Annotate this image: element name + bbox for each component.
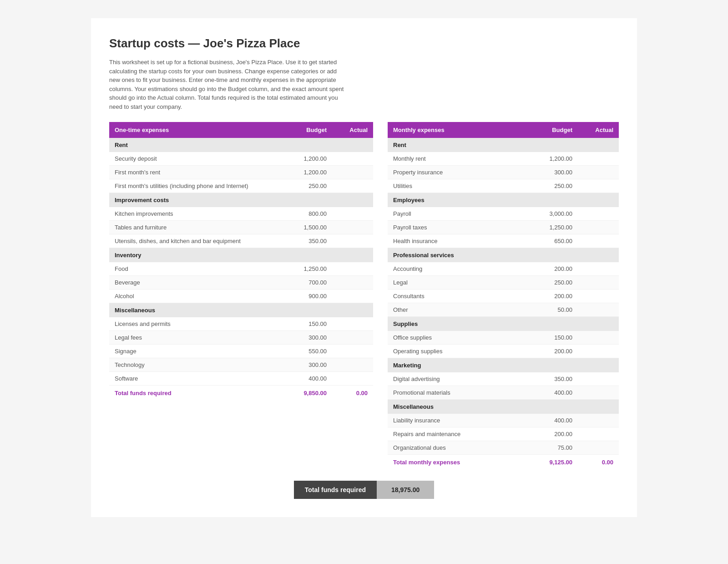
total-budget: 9,125.00 <box>537 455 578 470</box>
row-budget: 900.00 <box>291 290 332 303</box>
row-actual <box>332 345 373 358</box>
row-label: Kitchen improvements <box>109 207 291 221</box>
row-budget: 1,250.00 <box>537 221 578 234</box>
row-budget: 250.00 <box>537 179 578 193</box>
row-actual <box>332 179 373 193</box>
row-label: Accounting <box>388 262 537 276</box>
category-row: Rent <box>109 138 373 152</box>
row-label: First month's utilities (including phone… <box>109 179 291 193</box>
row-budget: 400.00 <box>537 414 578 427</box>
row-label: Licenses and permits <box>109 317 291 331</box>
row-actual <box>578 207 619 221</box>
row-label: Food <box>109 262 291 276</box>
row-budget: 200.00 <box>537 427 578 441</box>
monthly-header: Monthly expenses <box>388 122 537 138</box>
row-label: Security deposit <box>109 152 291 166</box>
category-label: Employees <box>388 193 619 208</box>
row-budget: 800.00 <box>291 207 332 221</box>
row-label: Repairs and maintenance <box>388 427 537 441</box>
total-label: Total funds required <box>109 386 291 401</box>
table-row: Organizational dues75.00 <box>388 441 619 455</box>
row-budget: 300.00 <box>537 166 578 179</box>
row-budget: 200.00 <box>537 290 578 303</box>
row-label: Software <box>109 372 291 386</box>
category-row: Professional services <box>388 248 619 263</box>
category-row: Miscellaneous <box>109 303 373 318</box>
table-row: Beverage700.00 <box>109 276 373 290</box>
row-actual <box>578 179 619 193</box>
row-label: Beverage <box>109 276 291 290</box>
category-label: Marketing <box>388 358 619 373</box>
category-row: Miscellaneous <box>388 400 619 414</box>
row-actual <box>578 262 619 276</box>
table-row: Promotional materials400.00 <box>388 386 619 400</box>
row-actual <box>578 221 619 234</box>
table-row: Other50.00 <box>388 303 619 317</box>
table-row: Tables and furniture1,500.00 <box>109 221 373 234</box>
table-row: Payroll taxes1,250.00 <box>388 221 619 234</box>
row-budget: 250.00 <box>537 276 578 290</box>
bottom-total-label: Total funds required <box>294 481 377 499</box>
row-budget: 1,200.00 <box>537 152 578 166</box>
category-label: Miscellaneous <box>109 303 373 318</box>
category-label: Improvement costs <box>109 193 373 208</box>
intro-text: This worksheet is set up for a fictional… <box>109 58 346 111</box>
table-row: Software400.00 <box>109 372 373 386</box>
row-budget: 200.00 <box>537 345 578 358</box>
category-label: Miscellaneous <box>388 400 619 414</box>
row-label: Digital advertising <box>388 372 537 386</box>
category-row: Rent <box>388 138 619 152</box>
row-budget: 300.00 <box>291 331 332 345</box>
page-wrapper: Startup costs — Joe's Pizza Place This w… <box>91 18 637 517</box>
table-row: Health insurance650.00 <box>388 234 619 248</box>
row-budget: 650.00 <box>537 234 578 248</box>
row-actual <box>332 152 373 166</box>
row-actual <box>578 152 619 166</box>
category-label: Inventory <box>109 248 373 263</box>
row-label: Health insurance <box>388 234 537 248</box>
row-label: Office supplies <box>388 331 537 345</box>
row-budget: 75.00 <box>537 441 578 455</box>
row-label: First month's rent <box>109 166 291 179</box>
table-row: First month's rent1,200.00 <box>109 166 373 179</box>
row-actual <box>332 331 373 345</box>
table-row: Legal fees300.00 <box>109 331 373 345</box>
table-row: Repairs and maintenance200.00 <box>388 427 619 441</box>
row-actual <box>578 276 619 290</box>
row-actual <box>332 276 373 290</box>
row-actual <box>332 207 373 221</box>
row-actual <box>578 290 619 303</box>
row-actual <box>332 262 373 276</box>
row-actual <box>578 441 619 455</box>
row-label: Payroll taxes <box>388 221 537 234</box>
row-budget: 1,250.00 <box>291 262 332 276</box>
row-budget: 1,200.00 <box>291 152 332 166</box>
row-label: Monthly rent <box>388 152 537 166</box>
one-time-header: One-time expenses <box>109 122 291 138</box>
total-actual: 0.00 <box>332 386 373 401</box>
category-row: Employees <box>388 193 619 208</box>
row-budget: 550.00 <box>291 345 332 358</box>
row-actual <box>332 290 373 303</box>
row-budget: 700.00 <box>291 276 332 290</box>
category-row: Improvement costs <box>109 193 373 208</box>
category-label: Rent <box>109 138 373 152</box>
one-time-budget-col: Budget <box>291 122 332 138</box>
row-label: Tables and furniture <box>109 221 291 234</box>
row-actual <box>578 303 619 317</box>
row-actual <box>578 414 619 427</box>
table-row: Operating supplies200.00 <box>388 345 619 358</box>
bottom-total: Total funds required 18,975.00 <box>109 481 619 499</box>
total-budget: 9,850.00 <box>291 386 332 401</box>
row-budget: 150.00 <box>291 317 332 331</box>
row-label: Payroll <box>388 207 537 221</box>
row-budget: 350.00 <box>291 234 332 248</box>
row-budget: 150.00 <box>537 331 578 345</box>
one-time-panel: One-time expenses Budget Actual RentSecu… <box>109 122 373 401</box>
category-label: Supplies <box>388 317 619 331</box>
row-label: Consultants <box>388 290 537 303</box>
row-budget: 1,200.00 <box>291 166 332 179</box>
table-row: Utensils, dishes, and kitchen and bar eq… <box>109 234 373 248</box>
monthly-actual-col: Actual <box>578 122 619 138</box>
table-row: Liability insurance400.00 <box>388 414 619 427</box>
